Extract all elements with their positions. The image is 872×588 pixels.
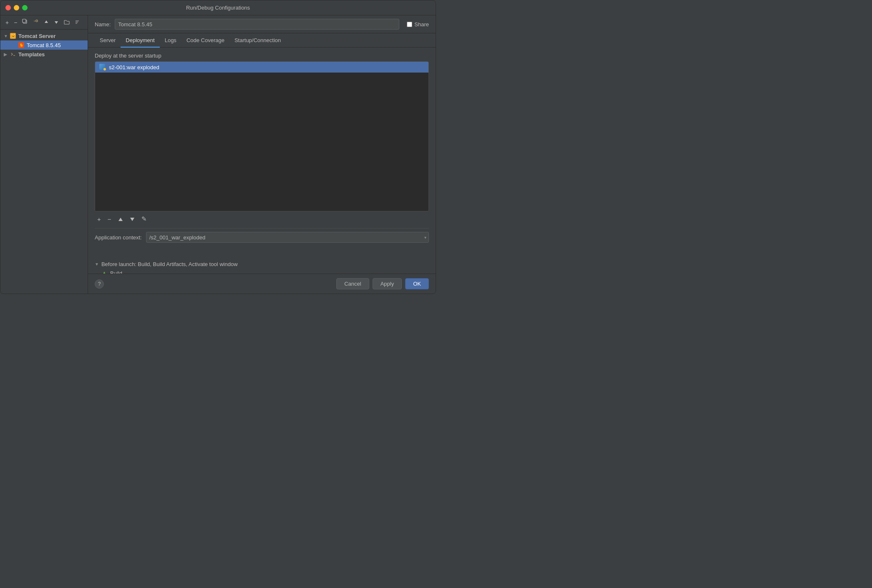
title-bar: Run/Debug Configurations: [0, 0, 436, 15]
main-content: + − ▼: [0, 15, 436, 294]
cancel-button[interactable]: Cancel: [336, 278, 369, 289]
tomcat-server-label: Tomcat Server: [18, 33, 55, 39]
context-row: Application context: ▾: [95, 230, 429, 244]
before-launch-items: Build Build 's2-001:war exploded' artifa…: [95, 269, 429, 274]
tabs: Server Deployment Logs Code Coverage Sta…: [88, 33, 436, 48]
before-launch-header[interactable]: ▼ Before launch: Build, Build Artifacts,…: [95, 259, 429, 269]
close-button[interactable]: [5, 5, 11, 10]
tab-logs[interactable]: Logs: [160, 35, 181, 48]
svg-marker-3: [45, 20, 48, 23]
move-deploy-down-button[interactable]: [127, 214, 137, 224]
tomcat-instance-icon: 🐈: [18, 42, 25, 48]
maximize-button[interactable]: [22, 5, 28, 10]
deploy-list[interactable]: s2-001:war exploded: [95, 61, 429, 211]
war-exploded-icon: [99, 64, 106, 70]
templates-icon: [10, 51, 16, 58]
wrench-button[interactable]: [31, 18, 40, 27]
sidebar-tree: ▼ 🐱 Tomcat Server 🐈 Tomcat 8.5.45 ▶: [0, 30, 88, 294]
traffic-lights: [5, 5, 28, 10]
context-label: Application context:: [95, 234, 142, 241]
tab-coverage[interactable]: Code Coverage: [181, 35, 229, 48]
sort-button[interactable]: [73, 18, 81, 27]
move-down-button[interactable]: [52, 18, 60, 27]
edit-deploy-button[interactable]: ✎: [139, 214, 149, 224]
context-input-wrap: ▾: [146, 232, 429, 243]
name-row: Name: Share: [88, 15, 436, 33]
sidebar-item-templates[interactable]: ▶ Templates: [0, 50, 88, 59]
add-deploy-button[interactable]: +: [95, 214, 103, 224]
move-up-button[interactable]: [42, 18, 50, 27]
window-title: Run/Debug Configurations: [186, 5, 250, 11]
help-button[interactable]: ?: [95, 279, 104, 289]
ok-button[interactable]: OK: [405, 278, 429, 289]
tomcat-instance-label: Tomcat 8.5.45: [27, 42, 61, 48]
deploy-item-0[interactable]: s2-001:war exploded: [95, 62, 428, 73]
templates-label: Templates: [18, 51, 45, 58]
separator: [95, 228, 429, 229]
copy-config-button[interactable]: [20, 18, 30, 27]
tab-startup[interactable]: Startup/Connection: [229, 35, 286, 48]
panel-content: Deploy at the server startup s2-001:war …: [88, 48, 436, 274]
list-toolbar: + − ✎: [95, 211, 429, 226]
minimize-button[interactable]: [14, 5, 19, 10]
context-input[interactable]: [146, 232, 429, 243]
deploy-item-label-0: s2-001:war exploded: [109, 64, 159, 70]
svg-marker-9: [118, 218, 123, 221]
tree-arrow-templates: ▶: [4, 52, 10, 57]
deploy-section: Deploy at the server startup s2-001:war …: [95, 53, 429, 244]
before-launch-item-0[interactable]: Build: [101, 269, 429, 274]
before-launch-arrow: ▼: [95, 262, 99, 266]
name-input[interactable]: [115, 19, 399, 30]
before-launch-label: Before launch: Build, Build Artifacts, A…: [101, 261, 238, 267]
right-panel: Name: Share Server Deployment Logs Code …: [88, 15, 436, 294]
remove-deploy-button[interactable]: −: [105, 214, 114, 224]
sidebar: + − ▼: [0, 15, 88, 294]
tab-deployment[interactable]: Deployment: [121, 35, 159, 48]
svg-marker-4: [55, 21, 58, 24]
name-label: Name:: [95, 21, 111, 28]
svg-rect-1: [23, 19, 26, 23]
share-checkbox[interactable]: [407, 22, 412, 27]
tab-server[interactable]: Server: [95, 35, 121, 48]
tomcat-server-icon: 🐱: [10, 33, 16, 39]
sidebar-toolbar: + −: [0, 15, 88, 30]
deploy-section-label: Deploy at the server startup: [95, 53, 429, 59]
remove-config-button[interactable]: −: [12, 18, 19, 27]
svg-point-2: [36, 20, 38, 22]
build-icon: [101, 271, 107, 274]
folder-button[interactable]: [62, 18, 71, 27]
share-label: Share: [414, 21, 429, 28]
add-config-button[interactable]: +: [4, 18, 10, 27]
sidebar-item-tomcat-instance[interactable]: 🐈 Tomcat 8.5.45: [0, 40, 88, 50]
sidebar-item-tomcat-server[interactable]: ▼ 🐱 Tomcat Server: [0, 31, 88, 40]
tree-arrow-tomcat: ▼: [4, 34, 10, 38]
before-launch-item-label-0: Build: [110, 270, 122, 274]
share-row: Share: [407, 21, 429, 28]
svg-marker-10: [130, 218, 134, 221]
move-deploy-up-button[interactable]: [116, 214, 126, 224]
apply-button[interactable]: Apply: [373, 278, 402, 289]
bottom-bar: ? Cancel Apply OK: [88, 274, 436, 294]
before-launch-section: ▼ Before launch: Build, Build Artifacts,…: [95, 256, 429, 274]
